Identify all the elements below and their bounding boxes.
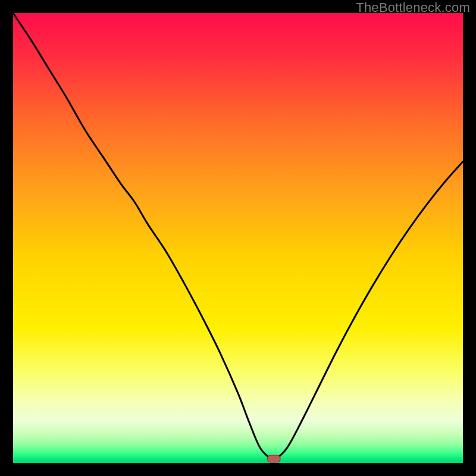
chart-stage: TheBottleneck.com	[0, 0, 476, 476]
bottleneck-curve	[13, 13, 463, 461]
watermark-text: TheBottleneck.com	[356, 0, 470, 15]
optimum-marker	[267, 455, 281, 463]
plot-area	[13, 13, 463, 463]
curve-layer	[13, 13, 463, 463]
